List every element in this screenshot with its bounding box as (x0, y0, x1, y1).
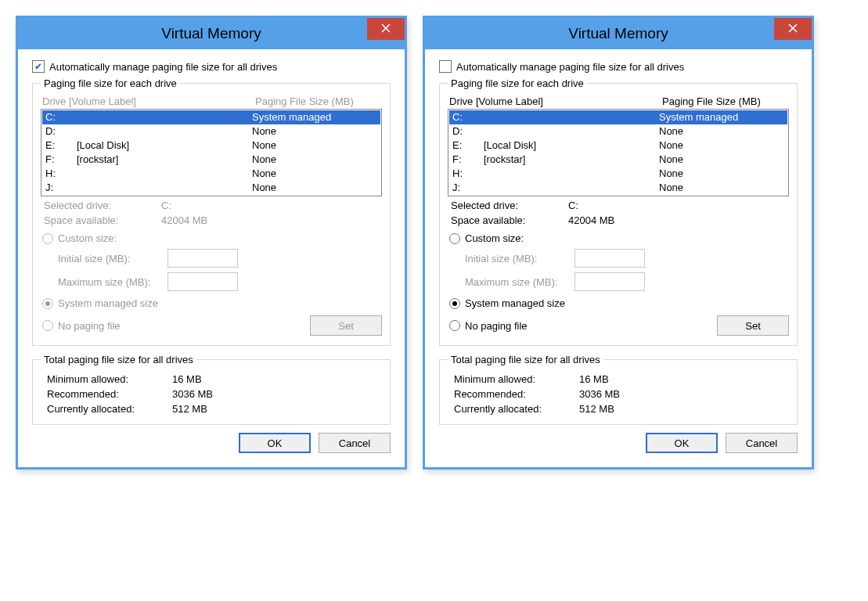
system-managed-radio (42, 298, 53, 309)
recommended-value: 3036 MB (579, 388, 620, 400)
custom-size-radio (42, 233, 53, 244)
close-icon (788, 23, 798, 35)
paging-legend: Paging file size for each drive (41, 77, 180, 89)
no-paging-label: No paging file (465, 320, 528, 332)
drive-row[interactable]: J: None (42, 181, 380, 195)
drive-row[interactable]: C: System managed (449, 110, 787, 124)
initial-size-input (167, 249, 238, 268)
drive-letter: E: (452, 139, 484, 153)
drive-label (77, 167, 252, 181)
selected-drive-label: Selected drive: (451, 200, 568, 211)
drive-label (484, 167, 659, 181)
drive-size: None (659, 139, 784, 153)
drive-letter: H: (45, 167, 77, 181)
drive-label: [Local Disk] (77, 139, 252, 153)
paging-legend: Paging file size for each drive (448, 77, 587, 89)
currently-allocated-value: 512 MB (579, 403, 614, 415)
minimum-allowed-value: 16 MB (172, 373, 202, 385)
paging-fieldset: Paging file size for each drive Drive [V… (32, 77, 391, 346)
minimum-allowed-value: 16 MB (579, 373, 609, 385)
drive-label (77, 124, 252, 139)
minimum-allowed-label: Minimum allowed: (47, 373, 172, 385)
drive-row[interactable]: C: System managed (42, 110, 380, 124)
selected-drive-value: C: (161, 200, 382, 211)
drive-size: None (252, 139, 377, 153)
header-size: Paging File Size (MB) (662, 95, 787, 107)
drive-letter: F: (45, 153, 77, 167)
drive-label (77, 181, 252, 195)
close-button[interactable] (367, 18, 405, 40)
maximum-size-label: Maximum size (MB): (465, 276, 574, 288)
drive-size: None (252, 167, 377, 181)
ok-button[interactable]: OK (646, 433, 718, 453)
drive-letter: E: (45, 139, 77, 153)
drive-row[interactable]: F: [rockstar] None (42, 153, 380, 167)
drive-letter: J: (452, 181, 484, 195)
drive-size: System managed (252, 110, 377, 124)
initial-size-input (574, 249, 645, 268)
drive-label: [Local Disk] (484, 139, 659, 153)
totals-fieldset: Total paging file size for all drives Mi… (32, 354, 391, 425)
drive-label: [rockstar] (77, 153, 252, 167)
auto-manage-checkbox[interactable] (439, 60, 452, 73)
close-button[interactable] (774, 18, 812, 40)
drive-label (484, 110, 659, 124)
dialog-title: Virtual Memory (568, 25, 668, 42)
set-button: Set (310, 315, 382, 336)
drive-list[interactable]: C: System managed D: None E: [Local Disk… (41, 109, 382, 196)
system-managed-label: System managed size (465, 297, 565, 309)
cancel-button[interactable]: Cancel (726, 433, 798, 453)
recommended-value: 3036 MB (172, 388, 213, 400)
totals-legend: Total paging file size for all drives (41, 354, 196, 365)
maximum-size-input (574, 272, 645, 291)
maximum-size-label: Maximum size (MB): (58, 276, 167, 288)
drive-label (484, 181, 659, 195)
space-available-value: 42004 MB (568, 214, 789, 226)
close-icon (381, 23, 391, 35)
recommended-label: Recommended: (47, 388, 172, 400)
header-size: Paging File Size (MB) (255, 95, 380, 107)
no-paging-radio (42, 320, 53, 331)
totals-fieldset: Total paging file size for all drives Mi… (439, 354, 798, 425)
drive-row[interactable]: J: None (449, 181, 787, 195)
virtual-memory-dialog: Virtual Memory ✔ Automatically manage pa… (16, 16, 407, 470)
titlebar: Virtual Memory (425, 18, 812, 49)
drive-size: None (659, 124, 784, 139)
drive-row[interactable]: D: None (42, 124, 380, 139)
drive-label (77, 110, 252, 124)
totals-legend: Total paging file size for all drives (448, 354, 603, 365)
drive-letter: D: (45, 124, 77, 139)
initial-size-label: Initial size (MB): (465, 253, 574, 265)
drive-row[interactable]: H: None (42, 167, 380, 181)
paging-fieldset: Paging file size for each drive Drive [V… (439, 77, 798, 346)
drive-size: None (659, 181, 784, 195)
drive-row[interactable]: E: [Local Disk] None (449, 139, 787, 153)
cancel-button[interactable]: Cancel (319, 433, 391, 453)
drive-label (484, 124, 659, 139)
virtual-memory-dialog: Virtual Memory Automatically manage pagi… (423, 16, 814, 470)
drive-size: System managed (659, 110, 784, 124)
drive-row[interactable]: H: None (449, 167, 787, 181)
space-available-value: 42004 MB (161, 214, 382, 226)
set-button[interactable]: Set (717, 315, 789, 336)
drive-letter: C: (45, 110, 77, 124)
recommended-label: Recommended: (454, 388, 579, 400)
drive-label: [rockstar] (484, 153, 659, 167)
selected-drive-label: Selected drive: (44, 200, 161, 211)
drive-row[interactable]: D: None (449, 124, 787, 139)
system-managed-label: System managed size (58, 297, 158, 309)
auto-manage-label: Automatically manage paging file size fo… (456, 61, 684, 73)
dialog-title: Virtual Memory (161, 25, 261, 42)
custom-size-radio[interactable] (449, 233, 460, 244)
no-paging-radio[interactable] (449, 320, 460, 331)
drive-list[interactable]: C: System managed D: None E: [Local Disk… (448, 109, 789, 196)
no-paging-label: No paging file (58, 320, 121, 332)
drive-row[interactable]: F: [rockstar] None (449, 153, 787, 167)
titlebar: Virtual Memory (18, 18, 405, 49)
header-drive: Drive [Volume Label] (449, 95, 662, 107)
drive-letter: F: (452, 153, 484, 167)
drive-row[interactable]: E: [Local Disk] None (42, 139, 380, 153)
ok-button[interactable]: OK (239, 433, 311, 453)
auto-manage-checkbox[interactable]: ✔ (32, 60, 45, 73)
system-managed-radio[interactable] (449, 298, 460, 309)
